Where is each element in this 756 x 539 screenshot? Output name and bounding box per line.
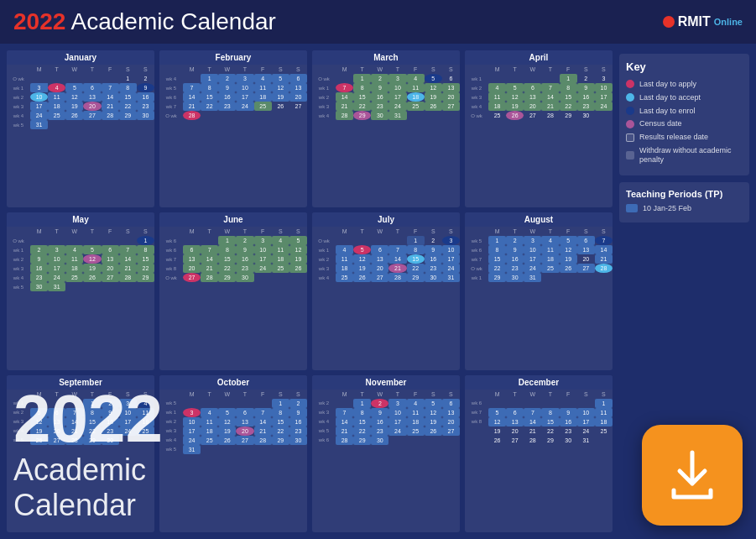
month-september: September MTW TFSS wk 1 1234 wk 2 567 89… [7,375,154,532]
june-header: June [159,212,307,227]
online-label: Online [714,17,743,27]
apply-dot-icon [626,80,634,88]
march-header: March [312,50,460,65]
rmit-brand-text: RMIT [678,14,711,29]
months-row-1: January MTW TFSS O wk 12 wk 1 345 6789 w… [7,50,613,207]
withdraw-label: Withdraw without academic penalty [639,146,743,165]
enrol-dot-icon [626,107,634,115]
month-august: August MTW TFSS wk 5 123 4567 wk 6 8910 … [465,212,613,369]
results-box-icon [626,133,634,142]
accept-dot-icon [626,93,634,102]
month-may: May MTW TFSS O wk 1 wk 1 234 5678 wk 2 9… [7,212,154,369]
download-icon [667,448,717,503]
enrol-label: Last day to enrol [639,107,696,116]
month-october: October MTW TFSS wk 5 12 wk 1 345 6789 w… [159,375,307,532]
download-button[interactable] [642,425,743,526]
october-header: October [159,375,307,390]
key-title: Key [626,60,743,73]
tp-title: Teaching Periods (TP) [626,189,743,199]
month-february: February MTW TFSS wk 4 12 3456 wk 5 789 … [159,50,307,207]
title-rest: Academic Calendar [65,8,276,34]
month-march: March MTW TFSS O wk 12 3456 wk 1 789 101… [312,50,460,207]
key-section: Key Last day to apply Last day to accept… [619,54,749,175]
title-year: 2022 [13,8,65,34]
rmit-dot-icon [663,16,675,28]
page-title: 2022 Academic Calendar [13,8,276,35]
key-apply: Last day to apply [626,80,743,89]
census-dot-icon [626,120,634,128]
july-header: July [312,212,460,227]
september-header: September [7,375,154,390]
apply-label: Last day to apply [639,80,696,89]
census-label: Census date [639,119,682,128]
month-november: November MTW TFSS wk 2 12 3456 wk 3 789 … [312,375,460,532]
main-content: January MTW TFSS O wk 12 wk 1 345 6789 w… [0,44,756,539]
accept-label: Last day to accept [639,93,701,102]
january-header: January [7,50,154,65]
month-july: July MTW TFSS O wk 123 wk 1 456 78910 wk… [312,212,460,369]
february-header: February [159,50,307,65]
tp1-color-icon [626,204,638,212]
april-header: April [465,50,613,65]
key-withdraw: Withdraw without academic penalty [626,146,743,165]
rmit-logo: RMIT Online [663,14,743,29]
results-label: Results release date [639,133,708,142]
tp-section: Teaching Periods (TP) 10 Jan-25 Feb [619,182,749,222]
november-header: November [312,375,460,390]
tp1-item: 10 Jan-25 Feb [626,204,743,212]
month-december: December MTW TFSS wk 6 1 wk 7 567 891011… [465,375,613,532]
month-january: January MTW TFSS O wk 12 wk 1 345 6789 w… [7,50,154,207]
tp1-label: 10 Jan-25 Feb [643,204,691,212]
months-row-2: May MTW TFSS O wk 1 wk 1 234 5678 wk 2 9… [7,212,613,369]
august-header: August [465,212,613,227]
may-header: May [7,212,154,227]
month-june: June MTW TFSS wk 6 1 2345 wk 6 678 91011… [159,212,307,369]
page-header: 2022 Academic Calendar RMIT Online [0,0,756,44]
withdraw-box-icon [626,151,634,160]
key-enrol: Last day to enrol [626,107,743,116]
month-april: April MTW TFSS wk 1 123 wk 2 456 78910 w… [465,50,613,207]
months-row-3: September MTW TFSS wk 1 1234 wk 2 567 89… [7,375,613,532]
key-census: Census date [626,119,743,128]
december-header: December [465,375,613,390]
key-accept: Last day to accept [626,93,743,102]
key-results: Results release date [626,133,743,142]
calendar-area: January MTW TFSS O wk 12 wk 1 345 6789 w… [7,50,613,532]
